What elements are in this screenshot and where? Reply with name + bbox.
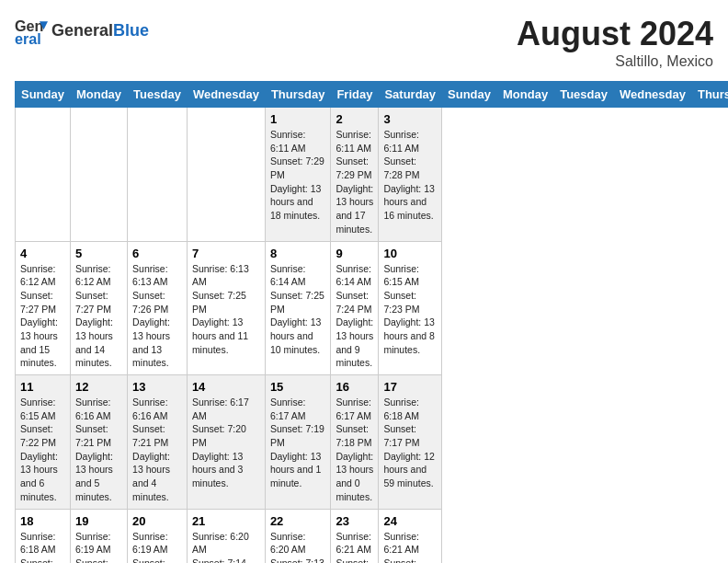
month-year-title: August 2024 bbox=[517, 15, 713, 53]
day-info: Sunrise: 6:11 AM Sunset: 7:28 PM Dayligh… bbox=[383, 128, 437, 223]
header-day-thursday: Thursday bbox=[691, 82, 728, 108]
calendar-cell: 16Sunrise: 6:17 AM Sunset: 7:18 PM Dayli… bbox=[331, 375, 379, 510]
page-header: Gen eral GeneralBlue August 2024 Saltill… bbox=[15, 15, 713, 70]
calendar-cell: 8Sunrise: 6:14 AM Sunset: 7:25 PM Daylig… bbox=[265, 241, 331, 375]
day-number: 5 bbox=[75, 247, 122, 260]
day-number: 15 bbox=[270, 380, 326, 394]
calendar-cell: 3Sunrise: 6:11 AM Sunset: 7:28 PM Daylig… bbox=[379, 108, 442, 242]
day-number: 17 bbox=[383, 380, 437, 394]
day-number: 1 bbox=[270, 112, 326, 126]
header-day-tuesday: Tuesday bbox=[554, 82, 614, 108]
day-number: 18 bbox=[20, 514, 65, 528]
day-info: Sunrise: 6:19 AM Sunset: 7:16 PM Dayligh… bbox=[75, 530, 122, 564]
day-info: Sunrise: 6:18 AM Sunset: 7:17 PM Dayligh… bbox=[383, 396, 437, 490]
day-info: Sunrise: 6:12 AM Sunset: 7:27 PM Dayligh… bbox=[75, 262, 122, 371]
header-day-sunday: Sunday bbox=[442, 82, 497, 108]
week-row-3: 11Sunrise: 6:15 AM Sunset: 7:22 PM Dayli… bbox=[16, 375, 729, 510]
week-row-2: 4Sunrise: 6:12 AM Sunset: 7:27 PM Daylig… bbox=[16, 241, 729, 375]
calendar-cell: 24Sunrise: 6:21 AM Sunset: 7:11 PM Dayli… bbox=[379, 509, 442, 563]
week-row-1: 1Sunrise: 6:11 AM Sunset: 7:29 PM Daylig… bbox=[16, 108, 729, 242]
calendar-cell: 4Sunrise: 6:12 AM Sunset: 7:27 PM Daylig… bbox=[16, 241, 71, 375]
day-info: Sunrise: 6:11 AM Sunset: 7:29 PM Dayligh… bbox=[336, 128, 373, 236]
day-info: Sunrise: 6:17 AM Sunset: 7:20 PM Dayligh… bbox=[192, 396, 260, 490]
title-block: August 2024 Saltillo, Mexico bbox=[517, 15, 713, 70]
calendar-cell: 9Sunrise: 6:14 AM Sunset: 7:24 PM Daylig… bbox=[331, 241, 379, 375]
calendar-cell: 11Sunrise: 6:15 AM Sunset: 7:22 PM Dayli… bbox=[16, 375, 71, 510]
day-info: Sunrise: 6:14 AM Sunset: 7:25 PM Dayligh… bbox=[270, 262, 326, 357]
day-info: Sunrise: 6:15 AM Sunset: 7:23 PM Dayligh… bbox=[383, 262, 437, 357]
day-number: 14 bbox=[192, 380, 260, 394]
day-number: 8 bbox=[270, 247, 326, 260]
day-number: 4 bbox=[20, 247, 65, 260]
day-info: Sunrise: 6:11 AM Sunset: 7:29 PM Dayligh… bbox=[270, 128, 326, 223]
calendar-cell: 13Sunrise: 6:16 AM Sunset: 7:21 PM Dayli… bbox=[128, 375, 188, 510]
calendar-cell: 20Sunrise: 6:19 AM Sunset: 7:15 PM Dayli… bbox=[128, 509, 188, 563]
header-saturday: Saturday bbox=[379, 82, 442, 108]
calendar-cell: 17Sunrise: 6:18 AM Sunset: 7:17 PM Dayli… bbox=[379, 375, 442, 510]
calendar-cell bbox=[128, 108, 188, 242]
calendar-header-row: SundayMondayTuesdayWednesdayThursdayFrid… bbox=[16, 82, 729, 108]
calendar-cell: 5Sunrise: 6:12 AM Sunset: 7:27 PM Daylig… bbox=[70, 241, 127, 375]
day-number: 19 bbox=[75, 514, 122, 528]
calendar-cell bbox=[16, 108, 71, 242]
header-sunday: Sunday bbox=[16, 82, 71, 108]
logo-line1: GeneralBlue bbox=[51, 22, 149, 40]
day-number: 7 bbox=[192, 247, 260, 260]
day-number: 10 bbox=[383, 247, 437, 260]
logo-icon: Gen eral bbox=[15, 15, 48, 48]
week-row-4: 18Sunrise: 6:18 AM Sunset: 7:16 PM Dayli… bbox=[16, 509, 729, 563]
header-wednesday: Wednesday bbox=[187, 82, 265, 108]
calendar-cell: 19Sunrise: 6:19 AM Sunset: 7:16 PM Dayli… bbox=[70, 509, 127, 563]
day-info: Sunrise: 6:15 AM Sunset: 7:22 PM Dayligh… bbox=[20, 396, 65, 504]
day-info: Sunrise: 6:16 AM Sunset: 7:21 PM Dayligh… bbox=[75, 396, 122, 504]
day-number: 9 bbox=[336, 247, 373, 260]
day-info: Sunrise: 6:21 AM Sunset: 7:11 PM Dayligh… bbox=[383, 530, 437, 564]
calendar-cell: 22Sunrise: 6:20 AM Sunset: 7:13 PM Dayli… bbox=[265, 509, 331, 563]
calendar-cell: 2Sunrise: 6:11 AM Sunset: 7:29 PM Daylig… bbox=[331, 108, 379, 242]
day-info: Sunrise: 6:16 AM Sunset: 7:21 PM Dayligh… bbox=[132, 396, 182, 504]
day-info: Sunrise: 6:21 AM Sunset: 7:12 PM Dayligh… bbox=[336, 530, 373, 564]
day-number: 24 bbox=[383, 514, 437, 528]
day-info: Sunrise: 6:20 AM Sunset: 7:14 PM Dayligh… bbox=[192, 530, 260, 564]
header-monday: Monday bbox=[70, 82, 127, 108]
day-info: Sunrise: 6:20 AM Sunset: 7:13 PM Dayligh… bbox=[270, 530, 326, 564]
day-number: 20 bbox=[132, 514, 182, 528]
day-number: 22 bbox=[270, 514, 326, 528]
day-number: 11 bbox=[20, 380, 65, 394]
calendar-cell: 14Sunrise: 6:17 AM Sunset: 7:20 PM Dayli… bbox=[187, 375, 265, 510]
header-day-wednesday: Wednesday bbox=[613, 82, 691, 108]
logo: Gen eral GeneralBlue bbox=[15, 15, 149, 48]
day-number: 12 bbox=[75, 380, 122, 394]
day-info: Sunrise: 6:13 AM Sunset: 7:26 PM Dayligh… bbox=[132, 262, 182, 371]
calendar-cell: 7Sunrise: 6:13 AM Sunset: 7:25 PM Daylig… bbox=[187, 241, 265, 375]
day-info: Sunrise: 6:17 AM Sunset: 7:19 PM Dayligh… bbox=[270, 396, 326, 490]
calendar-table: SundayMondayTuesdayWednesdayThursdayFrid… bbox=[15, 81, 728, 563]
header-thursday: Thursday bbox=[265, 82, 331, 108]
day-number: 6 bbox=[132, 247, 182, 260]
day-number: 16 bbox=[336, 380, 373, 394]
day-info: Sunrise: 6:19 AM Sunset: 7:15 PM Dayligh… bbox=[132, 530, 182, 564]
calendar-cell: 18Sunrise: 6:18 AM Sunset: 7:16 PM Dayli… bbox=[16, 509, 71, 563]
calendar-cell: 6Sunrise: 6:13 AM Sunset: 7:26 PM Daylig… bbox=[128, 241, 188, 375]
day-info: Sunrise: 6:18 AM Sunset: 7:16 PM Dayligh… bbox=[20, 530, 65, 564]
header-tuesday: Tuesday bbox=[128, 82, 188, 108]
day-info: Sunrise: 6:17 AM Sunset: 7:18 PM Dayligh… bbox=[336, 396, 373, 504]
calendar-cell: 21Sunrise: 6:20 AM Sunset: 7:14 PM Dayli… bbox=[187, 509, 265, 563]
day-info: Sunrise: 6:13 AM Sunset: 7:25 PM Dayligh… bbox=[192, 262, 260, 357]
calendar-cell: 23Sunrise: 6:21 AM Sunset: 7:12 PM Dayli… bbox=[331, 509, 379, 563]
calendar-cell bbox=[70, 108, 127, 242]
day-info: Sunrise: 6:14 AM Sunset: 7:24 PM Dayligh… bbox=[336, 262, 373, 371]
calendar-cell: 1Sunrise: 6:11 AM Sunset: 7:29 PM Daylig… bbox=[265, 108, 331, 242]
day-number: 23 bbox=[336, 514, 373, 528]
calendar-cell bbox=[187, 108, 265, 242]
location-subtitle: Saltillo, Mexico bbox=[517, 53, 713, 70]
header-friday: Friday bbox=[331, 82, 379, 108]
day-info: Sunrise: 6:12 AM Sunset: 7:27 PM Dayligh… bbox=[20, 262, 65, 371]
header-day-monday: Monday bbox=[497, 82, 554, 108]
day-number: 21 bbox=[192, 514, 260, 528]
svg-text:eral: eral bbox=[15, 30, 41, 47]
calendar-cell: 10Sunrise: 6:15 AM Sunset: 7:23 PM Dayli… bbox=[379, 241, 442, 375]
calendar-cell: 12Sunrise: 6:16 AM Sunset: 7:21 PM Dayli… bbox=[70, 375, 127, 510]
day-number: 2 bbox=[336, 112, 373, 126]
calendar-cell: 15Sunrise: 6:17 AM Sunset: 7:19 PM Dayli… bbox=[265, 375, 331, 510]
